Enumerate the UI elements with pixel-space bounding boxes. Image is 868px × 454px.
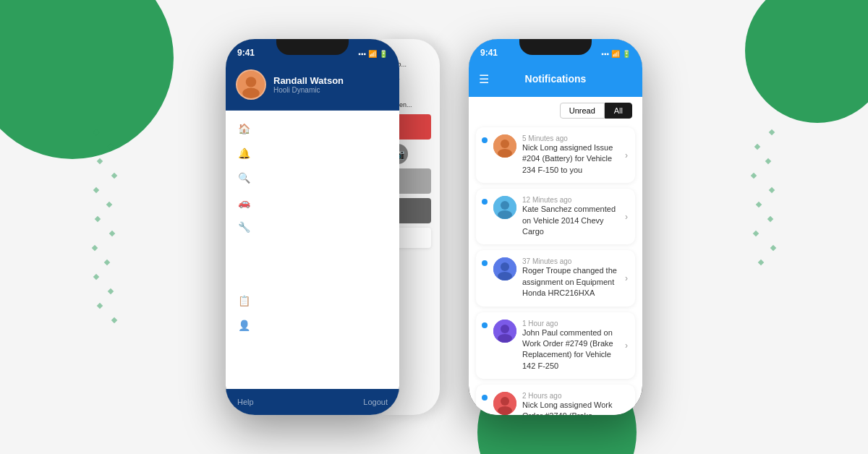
filter-unread-button[interactable]: Unread [560,103,605,119]
sidebar-item-start-inspection[interactable]: ✓ Start Inspection [226,239,399,264]
nav-items-list: 🏠 Home 🔔 Notifications 🔍 Search 🚗 Vehicl… [226,111,399,343]
sidebar-item-issues[interactable]: ⚠ Issues [226,264,399,288]
notification-item[interactable]: 12 Minutes ago Kate Sanchez commented on… [476,189,635,244]
notif-body-3: 37 Minutes ago Roger Troupe changed the … [522,257,619,299]
sidebar-item-notifications[interactable]: 🔔 Notifications [231,141,393,166]
notif-body-5: 2 Hours ago Nick Long assigned Work Orde… [522,392,619,415]
sidebar-item-inspection-label: Start Inspection [258,247,318,257]
notif-body-2: 12 Minutes ago Kate Sanchez commented on… [522,196,619,237]
notif-time-2: 12 Minutes ago [522,196,571,204]
notif-dot [482,322,488,328]
help-button[interactable]: Help [237,398,254,406]
svg-point-16 [501,397,509,406]
sidebar-item-workorders-label: Work Orders [258,296,307,306]
notif-header: ☰ Notifications [469,61,642,97]
chevron-icon-1: › [625,150,628,160]
right-phone: 9:41 ▪▪▪ 📶 🔋 ☰ Notifications Unread All [469,39,642,415]
nav-header: Randall Watson Hooli Dynamic [226,61,399,111]
notif-avatar-3 [493,257,516,280]
notif-body-4: 1 Hour ago John Paul commented on Work O… [522,320,619,372]
contacts-icon: 👤 [237,320,250,331]
svg-point-10 [501,262,509,271]
wrench-icon: 🔧 [237,221,250,233]
left-phone-group: 9:41 ▪▪▪ 📶 🔋 Randall Watson Hooli Dynami… [226,39,440,415]
notifications-list: 5 Minutes ago Nick Long assigned Issue #… [469,124,642,415]
sidebar-item-search-label: Search [258,173,285,183]
scene: 9:41 ▪▪▪ 📶 🔋 Randall Watson Hooli Dynami… [0,0,868,454]
notif-avatar-2 [493,196,516,219]
avatar [236,69,266,100]
battery-icon: 🔋 [379,50,388,58]
notification-item[interactable]: 37 Minutes ago Roger Troupe changed the … [476,250,635,306]
right-phone-screen: 9:41 ▪▪▪ 📶 🔋 ☰ Notifications Unread All [469,39,642,415]
sidebar-item-issues-label: Issues [258,271,283,281]
notification-item[interactable]: 1 Hour ago John Paul commented on Work O… [476,312,635,380]
hamburger-icon[interactable]: ☰ [479,72,489,86]
svg-point-7 [501,201,509,210]
orders-icon: 📋 [237,295,250,307]
notif-avatar-1 [493,134,516,158]
wifi-icon-r: 📶 [611,50,620,58]
notif-text-4: John Paul commented on Work Order #2749 … [522,327,619,372]
svg-point-8 [498,210,512,219]
signal-icon-r: ▪▪▪ [601,50,609,58]
logout-button[interactable]: Logout [363,398,388,406]
notif-filter: Unread All [469,97,642,124]
wifi-icon: 📶 [368,50,377,58]
chevron-icon-4: › [625,340,628,351]
notif-text-3: Roger Troupe changed the assignment on E… [522,265,619,299]
sidebar-item-equipment-label: Equipment [258,222,299,232]
svg-point-13 [501,325,509,333]
left-status-time: 9:41 [237,48,255,58]
notif-text-5: Nick Long assigned Work Order #2749 (Bra… [522,400,619,415]
inspection-icon: ✓ [237,246,250,257]
notif-header-title: Notifications [525,73,587,85]
left-status-icons: ▪▪▪ 📶 🔋 [358,50,388,58]
notification-item[interactable]: 5 Minutes ago Nick Long assigned Issue #… [476,127,635,183]
sidebar-item-vehicles[interactable]: 🚗 Vehicles [226,190,399,215]
notif-time-1: 5 Minutes ago [522,134,568,142]
right-phone-notch [519,39,592,55]
svg-point-11 [498,272,512,280]
sidebar-item-notifications-label: Notifications [258,148,310,158]
svg-point-2 [242,88,260,98]
issues-icon: ⚠ [237,270,250,282]
notif-dot [482,260,488,266]
nav-user-name: Randall Watson [273,75,389,86]
notif-dot [482,137,488,143]
svg-point-17 [498,406,512,415]
right-status-icons: ▪▪▪ 📶 🔋 [601,50,631,58]
search-icon: 🔍 [237,172,250,184]
sidebar-item-work-orders[interactable]: 📋 Work Orders [226,288,399,313]
notif-time-5: 2 Hours ago [522,392,561,400]
sidebar-item-equipment[interactable]: 🔧 Equipment [226,215,399,239]
chevron-icon-3: › [625,273,628,283]
notif-time-3: 37 Minutes ago [522,257,571,265]
notif-time-4: 1 Hour ago [522,320,558,327]
svg-point-14 [498,334,512,343]
chevron-icon-2: › [625,212,628,222]
sidebar-item-contacts-label: Contacts [258,320,292,330]
right-status-time: 9:41 [480,48,498,58]
left-phone: 9:41 ▪▪▪ 📶 🔋 Randall Watson Hooli Dynami… [226,39,399,415]
notif-body-1: 5 Minutes ago Nick Long assigned Issue #… [522,134,619,176]
nav-user-info: Randall Watson Hooli Dynamic [273,75,389,94]
sidebar-item-contacts[interactable]: 👤 Contacts [226,313,399,338]
svg-point-4 [501,140,509,148]
car-icon: 🚗 [237,197,250,208]
notif-dot [482,199,488,205]
bell-icon: 🔔 [237,147,250,159]
sidebar-item-search[interactable]: 🔍 Search [226,166,399,190]
notif-avatar-5 [493,392,516,415]
chevron-icon-5: › [625,413,628,415]
svg-point-5 [498,149,512,158]
notification-item[interactable]: 2 Hours ago Nick Long assigned Work Orde… [476,385,635,415]
left-phone-notch [276,39,349,55]
filter-all-button[interactable]: All [605,103,632,119]
home-icon: 🏠 [237,123,250,134]
sidebar-item-vehicles-label: Vehicles [258,197,290,207]
notif-dot [482,395,488,401]
sidebar-item-home[interactable]: 🏠 Home [226,116,399,141]
notif-text-2: Kate Sanchez commented on Vehicle 2014 C… [522,204,619,237]
notif-text-1: Nick Long assigned Issue #204 (Battery) … [522,142,619,176]
